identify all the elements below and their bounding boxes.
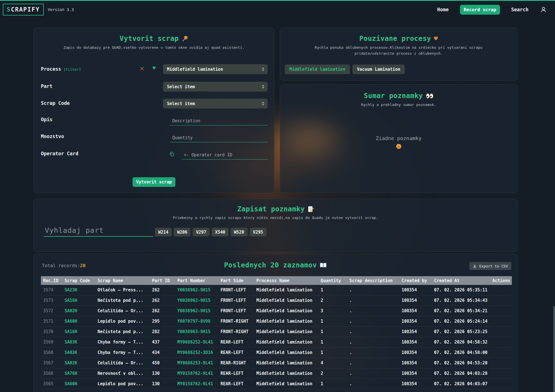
cell-part-number[interactable]: Y0038962-9H15 <box>175 287 218 293</box>
cell-scrap-code: SA60H <box>62 319 95 324</box>
cell-part-number[interactable]: Y0038962-9H15 <box>175 308 218 313</box>
part-select[interactable]: Select item <box>163 82 268 92</box>
cell-quantity: 1 <box>318 329 347 334</box>
cell-part-number[interactable]: MY0686253-9L41 <box>175 360 218 366</box>
table-header-row: Rec.IDScrap CodeScrap NamePart IDPart Nu… <box>41 276 512 285</box>
cell-part-id: 130 <box>150 371 175 376</box>
opis-label: Opis <box>41 117 52 122</box>
cell-created-by: 108354 <box>399 360 432 366</box>
cell-part-side: REAR-LEFT <box>218 350 254 355</box>
write-notes-panel: Zapisat poznamky Priebezny a rychly zapi… <box>34 199 517 252</box>
notes-panel-title: Zapisat poznamky <box>34 205 517 213</box>
cell-quantity: 1 <box>318 319 347 324</box>
table-body: 3574SA23HOtlačok – Press...262Y0038962-9… <box>41 285 512 389</box>
cell-scrap-name: Chyba formy – T... <box>95 340 150 345</box>
cell-created-at: 07. 02. 2026 05:23:25 <box>432 329 490 334</box>
part-chip-button[interactable]: V295 <box>250 228 267 236</box>
process-select[interactable]: Middlefield lamination <box>163 64 268 74</box>
cell-part-number[interactable]: MY0158762-9L41 <box>175 371 218 376</box>
process-label: Process[Filter] <box>41 66 81 72</box>
table-row: 3566SA76HNerovnosť v obl...130MY0158762-… <box>41 368 512 379</box>
column-header-process-name: Processs Name <box>254 278 318 283</box>
column-header-scrap-description: Scrap description <box>347 278 399 283</box>
export-csv-label: Export to CSV <box>479 264 508 268</box>
cell-quantity: 2 <box>318 371 347 376</box>
table-row: 3572SA02HCelulitída – Or...262Y0038962-9… <box>41 306 512 316</box>
cell-process-name: Middlefield lamination <box>254 381 318 386</box>
cell-part-number[interactable]: MY0158762-9L41 <box>175 381 218 386</box>
nav-search[interactable]: Search <box>511 7 528 12</box>
operator-card-label: Operator Card <box>41 151 78 156</box>
cell-quantity: 1 <box>318 381 347 386</box>
cell-part-number[interactable]: MY0686252-3D16 <box>175 350 218 355</box>
part-chip-button[interactable]: W206 <box>174 228 191 236</box>
open-book-icon <box>320 262 327 268</box>
cell-process-name: Middlefield lamination <box>254 371 318 376</box>
column-header-quantity: Quantity <box>318 278 347 283</box>
cell-part-number[interactable]: Y0038963-9H15 <box>175 329 218 334</box>
last-records-panel: Total records:20 Poslednych 20 zaznamov … <box>34 254 517 392</box>
cell-part-id: 130 <box>150 381 175 386</box>
quantity-input[interactable] <box>170 133 268 142</box>
export-csv-button[interactable]: Export to CSV <box>469 262 511 270</box>
part-chip-button[interactable]: V297 <box>193 228 210 236</box>
favorite-process-button[interactable]: Vacuum Lamination <box>353 65 405 74</box>
cell-process-name: Middlefield lamination <box>254 308 318 313</box>
copy-icon[interactable] <box>169 151 175 157</box>
part-label: Part <box>41 83 52 89</box>
description-input[interactable] <box>170 116 268 125</box>
cell-scrap-code: SA03K <box>62 340 95 345</box>
nav-home[interactable]: Home <box>437 7 449 12</box>
pushpin-icon <box>182 35 188 42</box>
part-chip-button[interactable]: W214 <box>155 228 172 236</box>
cell-part-side: FRONT-LEFT <box>218 287 254 293</box>
user-icon[interactable] <box>540 6 547 13</box>
notes-panel-title-text: Zapisat poznamky <box>237 205 305 213</box>
scrap-code-select[interactable]: Select item <box>163 99 268 108</box>
cell-created-by: 108354 <box>399 350 432 355</box>
cell-quantity: 1 <box>318 350 347 355</box>
operator-card-input[interactable] <box>182 150 268 160</box>
clear-x-icon[interactable] <box>140 66 144 71</box>
cell-created-at: 07. 02. 2026 04:03:28 <box>432 371 490 376</box>
cell-scrap-code: SA02K <box>62 360 95 366</box>
cell-created-at: 07. 02. 2026 04:53:20 <box>432 360 490 366</box>
cell-rec-id: 3572 <box>41 308 62 313</box>
part-chip-button[interactable]: W520 <box>231 228 248 236</box>
part-chip-button[interactable]: X540 <box>212 228 228 236</box>
app-logo: SCRAPIFY <box>3 4 44 15</box>
cell-part-number[interactable]: Y0038962-9H15 <box>175 298 218 303</box>
cell-rec-id: 3567 <box>41 360 62 366</box>
sweat-face-icon <box>280 143 517 149</box>
create-scrap-panel: Vytvorit scrap Zapis do databazy pre QUA… <box>34 28 274 193</box>
cell-process-name: Middlefield lamination <box>254 298 318 303</box>
column-header-actions: Actions <box>490 278 512 283</box>
cell-part-number[interactable]: Y0070797-8V98 <box>175 319 218 324</box>
part-search-input[interactable] <box>44 224 153 237</box>
cell-created-by: 108354 <box>399 329 432 334</box>
column-header-scrap-name: Scrap Name <box>95 278 150 283</box>
cell-part-side: FRONT-LEFT <box>218 308 254 313</box>
cell-scrap-description: . <box>347 371 399 376</box>
scrollbar-thumb[interactable] <box>553 306 555 392</box>
nav-record-scrap[interactable]: Record scrap <box>460 5 500 15</box>
cell-scrap-code: SA76H <box>62 371 95 376</box>
process-label-text: Process <box>41 66 61 72</box>
cell-created-by: 108354 <box>399 298 432 303</box>
process-select-value: Middlefield lamination <box>167 67 262 72</box>
cell-scrap-code: SA16H <box>62 329 95 334</box>
cell-part-id: 437 <box>150 340 175 345</box>
version-label: Version 3.3 <box>48 7 74 12</box>
cell-scrap-description: . <box>347 350 399 355</box>
favorite-process-button[interactable]: Middlefield lamination <box>285 65 350 74</box>
cell-scrap-code: SA03K <box>62 350 95 355</box>
favorite-heart-icon[interactable]: ♥ <box>152 65 156 71</box>
part-select-value: Select item <box>167 84 262 89</box>
cell-part-id: 295 <box>150 319 175 324</box>
create-scrap-button[interactable]: Vytvorit scrap <box>133 177 175 187</box>
cell-part-number[interactable]: MY0686252-9L41 <box>175 340 218 345</box>
cell-rec-id: 3570 <box>41 329 62 334</box>
create-panel-title-text: Vytvorit scrap <box>120 35 179 43</box>
table-row: 3568SA03KChyba formy – T...434MY0686252-… <box>41 347 512 358</box>
eyes-icon <box>426 93 433 99</box>
